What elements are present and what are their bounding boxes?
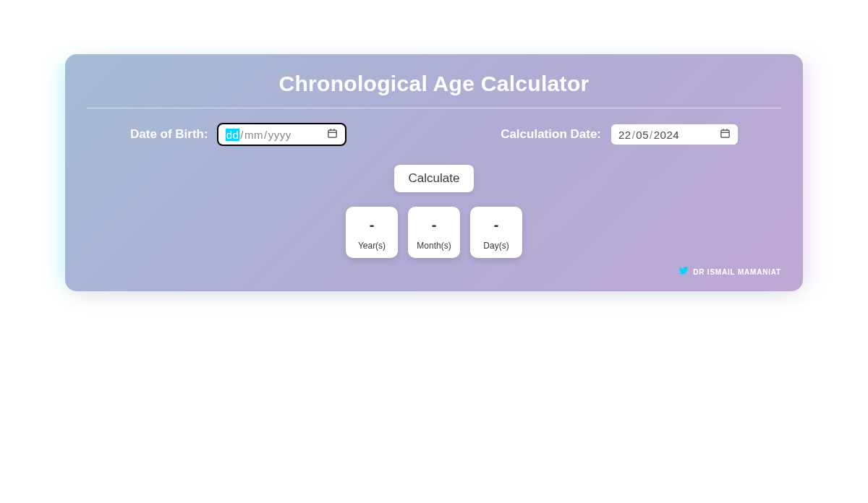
years-value: - bbox=[352, 217, 392, 233]
dob-year: yyyy bbox=[268, 129, 292, 141]
result-months: - Month(s) bbox=[408, 207, 460, 258]
calc-date-group: Calculation Date: 22 / 05 / 2024 bbox=[501, 124, 738, 145]
calculate-button[interactable]: Calculate bbox=[394, 165, 475, 192]
months-value: - bbox=[414, 217, 454, 233]
page-title: Chronological Age Calculator bbox=[87, 72, 781, 108]
days-value: - bbox=[476, 217, 516, 233]
calc-date-year: 2024 bbox=[654, 129, 679, 141]
dob-group: Date of Birth: dd / mm / yyyy bbox=[130, 124, 345, 145]
author-text: DR ISMAIL MAMANIAT bbox=[693, 268, 781, 276]
calc-date-label: Calculation Date: bbox=[501, 127, 601, 142]
dob-text: dd / mm / yyyy bbox=[226, 129, 292, 141]
calc-date-text: 22 / 05 / 2024 bbox=[618, 129, 679, 141]
result-days: - Day(s) bbox=[470, 207, 522, 258]
calendar-icon[interactable] bbox=[720, 128, 731, 141]
calculate-row: Calculate bbox=[87, 165, 781, 192]
days-label: Day(s) bbox=[476, 241, 516, 251]
inputs-row: Date of Birth: dd / mm / yyyy bbox=[87, 124, 781, 145]
dob-input[interactable]: dd / mm / yyyy bbox=[218, 124, 345, 145]
calc-date-day: 22 bbox=[618, 129, 631, 141]
calculator-card: Chronological Age Calculator Date of Bir… bbox=[65, 54, 803, 291]
dob-day: dd bbox=[226, 129, 240, 141]
footer: DR ISMAIL MAMANIAT bbox=[87, 265, 781, 278]
calendar-icon[interactable] bbox=[327, 128, 338, 141]
results-row: - Year(s) - Month(s) - Day(s) bbox=[87, 207, 781, 258]
svg-rect-4 bbox=[721, 130, 729, 137]
months-label: Month(s) bbox=[414, 241, 454, 251]
years-label: Year(s) bbox=[352, 241, 392, 251]
dob-label: Date of Birth: bbox=[130, 127, 208, 142]
result-years: - Year(s) bbox=[346, 207, 398, 258]
calc-date-month: 05 bbox=[636, 129, 649, 141]
dob-month: mm bbox=[244, 129, 263, 141]
twitter-icon[interactable] bbox=[678, 265, 689, 278]
calc-date-input[interactable]: 22 / 05 / 2024 bbox=[611, 124, 738, 145]
svg-rect-0 bbox=[328, 130, 336, 137]
